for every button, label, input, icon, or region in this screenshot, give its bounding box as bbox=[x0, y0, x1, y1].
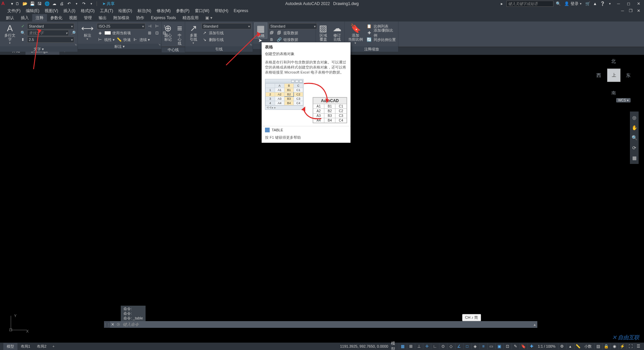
ribbon-extra-icon[interactable]: ▣ ▾ bbox=[203, 15, 214, 20]
panel-text-title[interactable]: 文字 ▾ bbox=[0, 46, 77, 52]
rtab-output[interactable]: 输出 bbox=[95, 14, 110, 22]
remove-leader-icon[interactable]: ↘ bbox=[202, 37, 208, 43]
app-icon[interactable]: A bbox=[1, 1, 7, 7]
extract2-icon[interactable]: 🗐 bbox=[276, 30, 282, 36]
nav-pan-icon[interactable]: ✋ bbox=[631, 124, 638, 131]
close-button[interactable]: ✕ bbox=[635, 1, 643, 6]
osnap-toggle-icon[interactable]: □ bbox=[463, 343, 471, 349]
ortho-toggle-icon[interactable]: ∟ bbox=[431, 343, 438, 349]
rtab-addins[interactable]: 附加模块 bbox=[110, 14, 133, 22]
undo-drop-icon[interactable]: ▾ bbox=[74, 1, 79, 6]
dim-style-combo[interactable]: ISO-25 bbox=[97, 23, 145, 29]
mtext-button[interactable]: A 多行文字 ▾ bbox=[1, 23, 18, 45]
login-button[interactable]: 👤 登录 ▾ bbox=[563, 1, 583, 7]
infer-toggle-icon[interactable]: ⊥ bbox=[415, 343, 422, 349]
dim-tool5-icon[interactable]: ⊡ bbox=[154, 30, 160, 36]
help-icon[interactable]: ❔ bbox=[600, 1, 605, 6]
anno-scale-display[interactable]: 1:1 / 100% bbox=[536, 344, 557, 348]
doc-restore-button[interactable]: ❐ bbox=[627, 8, 635, 13]
dyninput-toggle-icon[interactable]: ✛ bbox=[423, 343, 430, 349]
minimize-button[interactable]: ─ bbox=[614, 1, 623, 6]
rtab-featured[interactable]: 精选应用 bbox=[179, 14, 202, 22]
command-input[interactable]: 键入命令 bbox=[121, 322, 532, 327]
text-style-combo[interactable]: Standard bbox=[27, 23, 74, 29]
add-leader-icon[interactable]: ↗ bbox=[202, 30, 208, 36]
table-button[interactable]: ▦ 表格 bbox=[254, 23, 267, 39]
saveas-icon[interactable]: 🖫 bbox=[37, 1, 42, 6]
scalelist-icon[interactable]: 📋 bbox=[366, 23, 372, 29]
rtab-express[interactable]: Express Tools bbox=[148, 14, 179, 21]
modelspace-toggle[interactable]: 模型 bbox=[391, 343, 398, 349]
new-icon[interactable]: 🗋 bbox=[15, 1, 20, 6]
panel-text-launcher-icon[interactable]: ↘ bbox=[74, 43, 77, 46]
menu-insert[interactable]: 插入(I) bbox=[61, 7, 78, 14]
3dosnap-toggle-icon[interactable]: ◈ bbox=[471, 343, 479, 349]
dim-layer-icon[interactable]: ◈ bbox=[97, 30, 103, 36]
table-style-combo[interactable]: Standard bbox=[269, 23, 317, 29]
plot-icon[interactable]: 🖨 bbox=[59, 1, 64, 6]
use-current-check[interactable] bbox=[104, 31, 111, 35]
mleader-button[interactable]: ↗ 多重引线 ▾ bbox=[186, 23, 200, 45]
menu-draw[interactable]: 绘图(D) bbox=[116, 7, 135, 14]
qat-dropdown-icon[interactable]: ▾ bbox=[9, 1, 15, 6]
wcs-dropdown[interactable]: WCS ▾ bbox=[616, 98, 631, 102]
cmd-close-icon[interactable]: ✕ bbox=[110, 322, 115, 327]
extract-icon[interactable]: 🗊 bbox=[269, 30, 275, 36]
anno-mon-icon[interactable]: ▴ bbox=[566, 343, 574, 349]
vc-top-face[interactable]: 上 bbox=[607, 69, 621, 82]
text-height-combo[interactable]: 2.5 bbox=[27, 37, 74, 43]
quick-props-icon[interactable]: ▤ bbox=[594, 343, 602, 349]
open-icon[interactable]: 📂 bbox=[22, 1, 28, 6]
clean-screen-icon[interactable]: ⛶ bbox=[627, 343, 634, 349]
sync-label[interactable]: 同步比例位置 bbox=[374, 37, 396, 42]
hw-accel-icon[interactable]: ⚡ bbox=[619, 343, 626, 349]
layout-2[interactable]: 布局2 bbox=[34, 343, 50, 350]
quick-label[interactable]: 快速 bbox=[123, 37, 131, 42]
revcloud-button[interactable]: ☁ 修订云线 ▾ bbox=[331, 23, 343, 45]
menu-edit[interactable]: 编辑(E) bbox=[23, 7, 42, 14]
lock-ui-icon[interactable]: 🔒 bbox=[602, 343, 610, 349]
cmd-recent-icon[interactable]: ⧁ bbox=[115, 322, 121, 327]
linear-label[interactable]: 线性 ▾ bbox=[104, 37, 115, 42]
panel-leader-title[interactable]: 引线 bbox=[185, 46, 253, 52]
layout-model[interactable]: 模型 bbox=[3, 343, 17, 350]
doc-minimize-button[interactable]: ─ bbox=[619, 8, 627, 13]
arrow-icon[interactable]: ▸ bbox=[499, 1, 504, 6]
add-layout-button[interactable]: + bbox=[50, 343, 57, 349]
find-text-input[interactable]: 查找文字 bbox=[27, 30, 69, 36]
panel-leader-launcher-icon[interactable]: ↘ bbox=[250, 43, 252, 46]
rtab-manage[interactable]: 管理 bbox=[80, 14, 95, 22]
units-icon[interactable]: 📏 bbox=[574, 343, 582, 349]
snap-toggle-icon[interactable]: ⊞ bbox=[407, 343, 414, 349]
dimension-button[interactable]: ⟷ 标注 ▾ bbox=[79, 23, 96, 41]
customize-icon[interactable]: ☰ bbox=[635, 343, 642, 349]
rtab-annotate[interactable]: 注释 bbox=[32, 14, 47, 22]
wipeout-button[interactable]: ▨ 区域覆盖 bbox=[317, 23, 329, 42]
dim-tool1-icon[interactable]: ⊣ bbox=[147, 23, 153, 29]
linear-icon[interactable]: ⊢ bbox=[97, 37, 103, 43]
ws-switch-icon[interactable]: ⚙ bbox=[558, 343, 566, 349]
doc-close-button[interactable]: ✕ bbox=[635, 8, 643, 13]
link-icon[interactable]: 🗎 bbox=[269, 37, 275, 43]
spellcheck-icon[interactable]: ✓ bbox=[20, 23, 26, 29]
search-icon[interactable]: 🔍 bbox=[555, 1, 561, 6]
rtab-view[interactable]: 视图 bbox=[66, 14, 80, 22]
dim-tool2-icon[interactable]: ⊢ bbox=[154, 23, 160, 29]
menu-dimension[interactable]: 标注(N) bbox=[135, 7, 154, 14]
iso-toggle-icon[interactable]: ◇ bbox=[447, 343, 454, 349]
anno-vis-icon[interactable]: 🔖 bbox=[520, 343, 527, 349]
vc-east[interactable]: 东 bbox=[626, 73, 631, 79]
web-open-icon[interactable]: 🌐 bbox=[44, 1, 50, 6]
nav-wheel-icon[interactable]: ◎ bbox=[631, 114, 638, 121]
layout-1[interactable]: 布局1 bbox=[17, 343, 34, 350]
am-toggle-icon[interactable]: ✎ bbox=[512, 343, 519, 349]
sync-icon[interactable]: 🔄 bbox=[366, 37, 372, 43]
nav-showmo-icon[interactable]: ▦ bbox=[631, 155, 638, 161]
centerline-button[interactable]: ≡ 中心线 bbox=[175, 23, 184, 46]
nav-zoom-icon[interactable]: 🔍 bbox=[631, 134, 638, 141]
text-height-icon[interactable]: ⬍ bbox=[20, 37, 26, 43]
link-label[interactable]: 链接数据 bbox=[283, 37, 298, 42]
help-drop-icon[interactable]: ▾ bbox=[607, 1, 612, 6]
tpy-toggle-icon[interactable]: ▭ bbox=[487, 343, 495, 349]
vc-south[interactable]: 南 bbox=[611, 90, 616, 96]
